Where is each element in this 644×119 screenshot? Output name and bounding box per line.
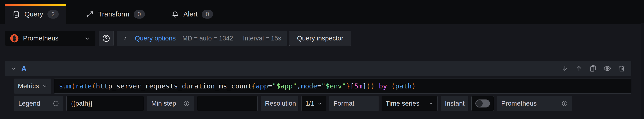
query-options-max-data-points: MD = auto = 1342	[182, 35, 233, 42]
query-editor-row: Metrics sum(rate(http_server_requests_du…	[14, 79, 631, 94]
info-icon[interactable]	[183, 100, 190, 107]
bell-icon	[171, 10, 179, 18]
chevron-down-icon	[84, 35, 90, 41]
query-options-row: Legend Min step Resolution 1/1 Format Ti…	[14, 96, 572, 111]
chevron-down-icon	[428, 101, 434, 106]
instant-toggle[interactable]	[471, 96, 494, 111]
tab-query-badge: 2	[48, 10, 59, 19]
panel-edge-divider	[641, 23, 641, 119]
eye-icon	[603, 64, 612, 73]
metrics-dropdown-label: Metrics	[18, 82, 39, 90]
legend-label-text: Legend	[18, 100, 40, 107]
tab-alert-label: Alert	[184, 10, 198, 18]
resolution-label: Resolution	[261, 96, 298, 111]
format-label-text: Format	[334, 100, 354, 107]
active-tab-stripe	[5, 4, 66, 6]
query-expression-input[interactable]: sum(rate(http_server_requests_duration_m…	[54, 79, 631, 94]
process-icon	[86, 10, 94, 18]
query-options-bar[interactable]: Query options MD = auto = 1342 Interval …	[117, 31, 287, 46]
metrics-dropdown[interactable]: Metrics	[14, 79, 51, 94]
arrow-up-icon	[575, 64, 583, 72]
resolution-label-text: Resolution	[265, 100, 296, 107]
legend-label: Legend	[14, 96, 64, 111]
arrow-down-icon	[561, 64, 569, 72]
tab-query[interactable]: Query 2	[5, 4, 66, 24]
prometheus-label-text: Prometheus	[501, 100, 537, 107]
info-icon[interactable]	[561, 100, 568, 107]
move-query-up-button[interactable]	[575, 64, 583, 72]
duplicate-query-button[interactable]	[589, 64, 597, 72]
min-step-label: Min step	[147, 96, 194, 111]
resolution-select[interactable]: 1/1	[301, 96, 326, 111]
query-toolbar: Prometheus Query options MD = auto = 134…	[5, 31, 351, 46]
toggle-query-visibility-button[interactable]	[603, 64, 612, 73]
query-options-label: Query options	[135, 35, 176, 42]
chevron-down-icon	[42, 83, 48, 89]
tab-transform[interactable]: Transform 0	[80, 4, 152, 24]
query-expression: sum(rate(http_server_requests_duration_m…	[59, 82, 416, 90]
remove-query-button[interactable]	[618, 64, 626, 72]
query-options-interval: Interval = 15s	[243, 35, 281, 42]
query-row-header[interactable]: A	[5, 61, 631, 76]
editor-tabbar: Query 2 Transform 0 Alert 0	[0, 0, 644, 24]
move-query-down-button[interactable]	[561, 64, 569, 72]
tab-transform-badge: 0	[134, 10, 145, 19]
datasource-name: Prometheus	[23, 35, 80, 42]
chevron-right-icon	[122, 36, 128, 41]
min-step-input[interactable]	[197, 96, 258, 111]
tab-query-label: Query	[24, 10, 43, 18]
datasource-help-button[interactable]	[99, 31, 114, 46]
format-label: Format	[329, 96, 378, 111]
tab-alert[interactable]: Alert 0	[165, 4, 220, 24]
question-circle-icon	[102, 34, 110, 43]
toggle-track	[475, 99, 490, 107]
datasource-picker[interactable]: Prometheus	[5, 31, 95, 46]
min-step-label-text: Min step	[151, 100, 176, 107]
instant-label: Instant	[440, 96, 468, 111]
legend-input[interactable]	[66, 96, 144, 111]
database-icon	[12, 10, 20, 18]
tab-transform-label: Transform	[98, 10, 130, 18]
info-icon[interactable]	[52, 100, 59, 107]
trash-icon	[618, 64, 626, 72]
right-gutter	[641, 23, 644, 119]
collapse-chevron-down-icon[interactable]	[10, 65, 17, 71]
chevron-down-icon	[317, 101, 322, 106]
prometheus-datasource-label: Prometheus	[497, 96, 572, 111]
copy-icon	[589, 64, 597, 72]
query-ref-id: A	[21, 64, 26, 72]
resolution-value: 1/1	[305, 100, 314, 107]
prometheus-logo	[10, 34, 19, 43]
tab-alert-badge: 0	[202, 10, 213, 19]
query-row-actions	[561, 64, 626, 73]
format-select[interactable]: Time series	[382, 96, 438, 111]
toggle-knob	[476, 100, 483, 107]
format-value: Time series	[386, 100, 420, 107]
instant-label-text: Instant	[445, 100, 464, 107]
query-inspector-button[interactable]: Query inspector	[289, 31, 351, 46]
